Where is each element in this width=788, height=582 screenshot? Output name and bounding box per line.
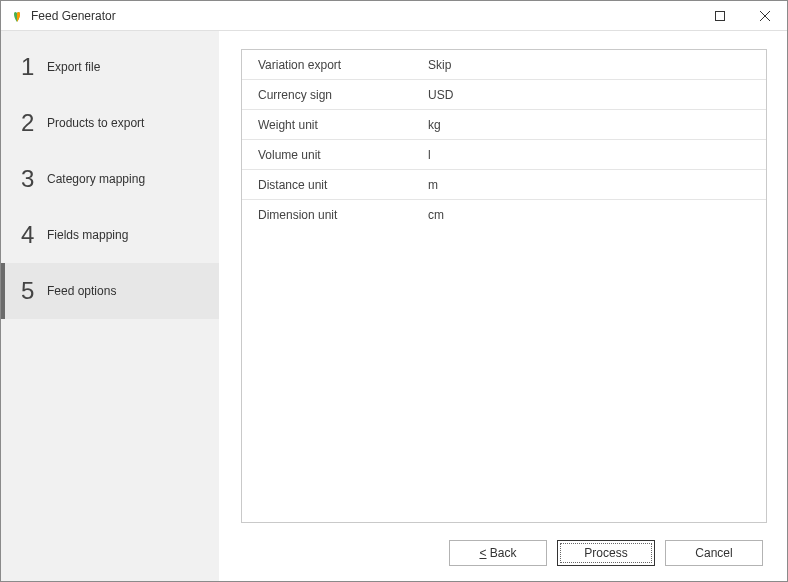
option-row-dimension-unit[interactable]: Dimension unit cm: [242, 200, 766, 230]
step-label: Feed options: [47, 284, 116, 298]
process-button[interactable]: Process: [557, 540, 655, 566]
step-number: 3: [21, 165, 47, 193]
close-button[interactable]: [742, 1, 787, 31]
step-label: Fields mapping: [47, 228, 128, 242]
step-number: 1: [21, 53, 47, 81]
option-value: l: [428, 148, 431, 162]
step-1-export-file[interactable]: 1 Export file: [1, 39, 219, 95]
option-label: Distance unit: [258, 178, 428, 192]
option-row-variation-export[interactable]: Variation export Skip: [242, 50, 766, 80]
step-5-feed-options[interactable]: 5 Feed options: [1, 263, 219, 319]
step-2-products-to-export[interactable]: 2 Products to export: [1, 95, 219, 151]
step-4-fields-mapping[interactable]: 4 Fields mapping: [1, 207, 219, 263]
option-value: USD: [428, 88, 453, 102]
back-button-label: < Back: [479, 546, 516, 560]
app-icon: [9, 8, 25, 24]
option-row-volume-unit[interactable]: Volume unit l: [242, 140, 766, 170]
titlebar: Feed Generator: [1, 1, 787, 31]
step-label: Category mapping: [47, 172, 145, 186]
window-title: Feed Generator: [31, 9, 116, 23]
option-label: Variation export: [258, 58, 428, 72]
body: 1 Export file 2 Products to export 3 Cat…: [1, 31, 787, 581]
cancel-button-label: Cancel: [695, 546, 732, 560]
option-row-currency-sign[interactable]: Currency sign USD: [242, 80, 766, 110]
main-panel: Variation export Skip Currency sign USD …: [219, 31, 787, 581]
footer-buttons: < Back Process Cancel: [241, 523, 767, 569]
option-value: cm: [428, 208, 444, 222]
process-button-label: Process: [584, 546, 627, 560]
step-number: 4: [21, 221, 47, 249]
option-label: Dimension unit: [258, 208, 428, 222]
option-value: kg: [428, 118, 441, 132]
feed-options-panel: Variation export Skip Currency sign USD …: [241, 49, 767, 523]
option-row-weight-unit[interactable]: Weight unit kg: [242, 110, 766, 140]
step-label: Export file: [47, 60, 100, 74]
window: Feed Generator 1 Export file 2 Products …: [0, 0, 788, 582]
step-number: 2: [21, 109, 47, 137]
option-label: Volume unit: [258, 148, 428, 162]
option-label: Weight unit: [258, 118, 428, 132]
maximize-button[interactable]: [697, 1, 742, 31]
cancel-button[interactable]: Cancel: [665, 540, 763, 566]
option-value: Skip: [428, 58, 451, 72]
step-number: 5: [21, 277, 47, 305]
option-row-distance-unit[interactable]: Distance unit m: [242, 170, 766, 200]
option-label: Currency sign: [258, 88, 428, 102]
step-label: Products to export: [47, 116, 144, 130]
step-3-category-mapping[interactable]: 3 Category mapping: [1, 151, 219, 207]
svg-rect-0: [715, 11, 724, 20]
back-button[interactable]: < Back: [449, 540, 547, 566]
option-value: m: [428, 178, 438, 192]
sidebar: 1 Export file 2 Products to export 3 Cat…: [1, 31, 219, 581]
